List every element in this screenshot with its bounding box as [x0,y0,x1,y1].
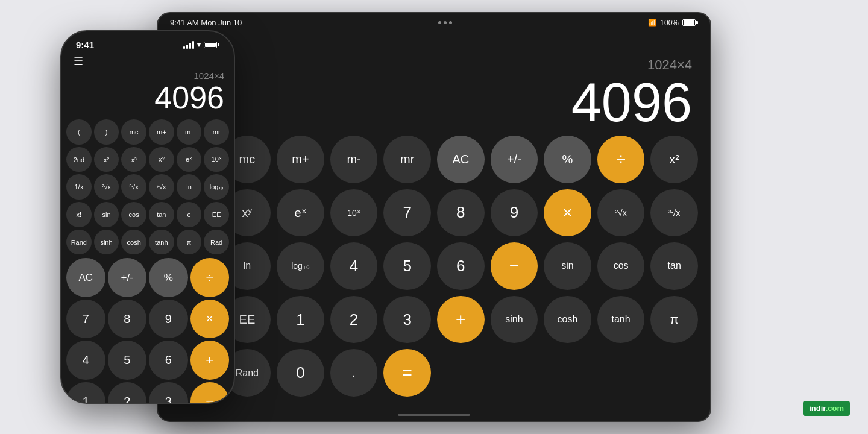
ipad-btn-e[interactable]: eˣ [277,189,324,237]
ipad-btn-tanh[interactable]: tanh [597,296,645,344]
iphone-btn-x[interactable]: x! [66,202,92,227]
iphone-btn-EE[interactable]: EE [204,202,229,227]
iphone-btn-AC[interactable]: AC [66,258,105,297]
iphone-btn-e[interactable]: eˣ [177,147,202,172]
dot1 [438,21,441,24]
ipad-result: 4096 [571,75,692,130]
ipad-btn-m[interactable]: m+ [277,136,324,183]
iphone-btn-7[interactable]: 7 [66,300,105,339]
iphone-btn-[interactable]: ) [94,119,119,145]
iphone-btn-[interactable]: ( [66,119,92,145]
ipad-btn-6[interactable]: 6 [437,242,485,290]
iphone-btn-[interactable]: + [190,341,230,380]
ipad-btn-[interactable]: + [437,296,485,344]
ipad-calculator-body: 1024×4 4096 )mcm+m-mrAC+/-%÷x²x³xʸeˣ10ˣ7… [158,52,710,409]
iphone-btn-x[interactable]: xʸ [149,147,174,172]
iphone-btn-10[interactable]: 10ˣ [204,147,229,172]
ipad-btn-[interactable]: ÷ [597,136,645,183]
ipad-btn-mr[interactable]: mr [383,136,431,183]
iphone-btn-6[interactable]: 6 [149,341,188,380]
iphone-btn-Rad[interactable]: Rad [204,230,229,255]
bar1 [183,46,185,49]
ipad-btn-x[interactable]: ²√x [597,189,645,237]
dot2 [444,21,447,24]
iphone-display: 1024×4 4096 [61,71,234,118]
ipad-btn-5[interactable]: 5 [383,242,431,290]
iphone-btn-[interactable]: % [149,258,188,297]
list-icon[interactable]: ☰ [74,55,83,68]
iphone-btn-x[interactable]: x³ [121,147,146,172]
ipad-btn-cos[interactable]: cos [597,242,645,290]
ipad-btn-1[interactable]: 1 [277,296,324,344]
iphone-btn-m[interactable]: m+ [149,119,174,145]
ipad-btn-sin[interactable]: sin [544,242,591,290]
ipad-btn-10[interactable]: 10ˣ [330,189,378,237]
ipad-btn-8[interactable]: 8 [437,189,485,237]
iphone-btn-[interactable]: π [177,230,202,255]
ipad-btn-3[interactable]: 3 [383,296,431,344]
iphone-btn-mc[interactable]: mc [121,119,146,145]
iphone-btn-x[interactable]: ²√x [94,174,119,200]
iphone-btn-e[interactable]: e [177,202,202,227]
ipad-btn-[interactable]: % [544,136,591,183]
iphone-btn-sinh[interactable]: sinh [94,230,119,255]
iphone-btn-5[interactable]: 5 [108,341,147,380]
iphone-btn-[interactable]: ÷ [190,258,230,297]
ipad-btn-2[interactable]: 2 [330,296,378,344]
ipad-status-bar: 9:41 AM Mon Jun 10 📶 100% [158,13,710,32]
iphone-btn-Rand[interactable]: Rand [66,230,92,255]
iphone-btn-log[interactable]: log₁₀ [204,174,229,200]
ipad-btn-4[interactable]: 4 [330,242,378,290]
iphone-btn-8[interactable]: 8 [108,300,147,339]
iphone-btn-1[interactable]: 1 [66,382,105,404]
ipad-device: 9:41 AM Mon Jun 10 📶 100% 1024×4 4096 [157,12,711,422]
iphone-btn-tan[interactable]: tan [149,202,174,227]
ipad-btn-[interactable]: . [330,349,378,397]
ipad-btn-sinh[interactable]: sinh [491,296,538,344]
ipad-btn-cosh[interactable]: cosh [544,296,591,344]
ipad-btn-[interactable]: − [491,242,538,290]
ipad-btn-m[interactable]: m- [330,136,378,183]
ipad-btn-9[interactable]: 9 [491,189,538,237]
ipad-home-bar [398,414,470,416]
iphone-btn-sin[interactable]: sin [94,202,119,227]
iphone-btn-x[interactable]: x² [94,147,119,172]
ipad-display: 1024×4 4096 [170,52,698,136]
ipad-btn-x[interactable]: x² [650,136,698,183]
iphone-btn-3[interactable]: 3 [149,382,188,404]
ipad-btn-[interactable]: = [383,349,431,397]
iphone-toolbar: ☰ [61,52,234,71]
ipad-btn-7[interactable]: 7 [383,189,431,237]
ipad-btn-log[interactable]: log₁₀ [277,242,324,290]
iphone-btn-[interactable]: × [190,300,230,339]
signal-bars-icon [183,41,194,49]
ipad-btn-AC[interactable]: AC [437,136,485,183]
ipad-btn-[interactable]: × [544,189,591,237]
ipad-btn-tan[interactable]: tan [650,242,698,290]
iphone-btn-[interactable]: +/- [108,258,147,297]
iphone-btn-9[interactable]: 9 [149,300,188,339]
iphone-btn-m[interactable]: m- [177,119,202,145]
dot3 [449,21,452,24]
bar4 [192,41,194,49]
ipad-btn-[interactable]: π [650,296,698,344]
iphone-btn-ln[interactable]: ln [177,174,202,200]
iphone-btn-tanh[interactable]: tanh [149,230,174,255]
iphone-btn-2[interactable]: 2 [108,382,147,404]
iphone-expression: 1024×4 [194,71,224,81]
bar2 [186,45,188,49]
iphone-btn-2nd[interactable]: 2nd [66,147,92,172]
iphone-btn-x[interactable]: ³√x [121,174,146,200]
ipad-btn-x[interactable]: ³√x [650,189,698,237]
ipad-btn-0[interactable]: 0 [277,349,324,397]
iphone-btn-cos[interactable]: cos [121,202,146,227]
ipad-status-right: 📶 100% [648,19,698,27]
ipad-toolbar [158,32,710,52]
iphone-btn-4[interactable]: 4 [66,341,105,380]
iphone-btn-mr[interactable]: mr [204,119,229,145]
iphone-btn-1x[interactable]: 1/x [66,174,92,200]
iphone-btn-x[interactable]: ʸ√x [149,174,174,200]
ipad-btn-[interactable]: +/- [491,136,538,183]
iphone-button-grid: ()mcm+m-mr2ndx²x³xʸeˣ10ˣ1/x²√x³√xʸ√xlnlo… [61,118,234,404]
iphone-btn-cosh[interactable]: cosh [121,230,146,255]
